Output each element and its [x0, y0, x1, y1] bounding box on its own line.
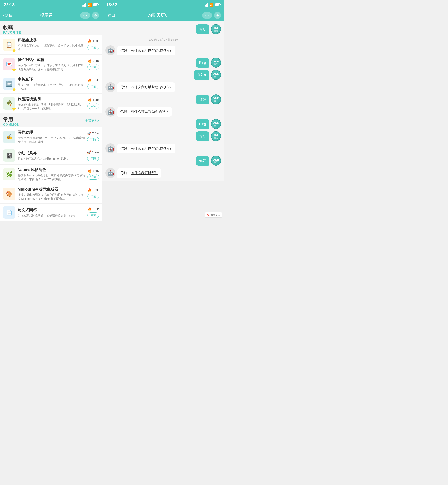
item-title-xhs: 小红书风格 [18, 151, 85, 156]
detail-button-essay[interactable]: 详情 [88, 212, 99, 218]
item-count-essay: 🔥 5.6k [88, 207, 99, 211]
robot-icon: 🤖 [107, 109, 114, 115]
wifi-icon: 📶 [209, 3, 214, 7]
detail-button-hetero[interactable]: 详情 [88, 64, 99, 70]
bot-bubble: 你好，有什么可以帮助您的吗？ [117, 107, 172, 117]
one-sub: 聊天 [214, 161, 218, 164]
message-row: ONE 聊天 你好 [105, 156, 221, 166]
list-item[interactable]: 📄 论文式回答 以论文形式讨论问题，能够获得连贯的、结构 🔥 5.6k 详情 [0, 204, 102, 221]
left-panel: 22:13 📶 ‹ 返回 提示词 ··· ⊙ 收藏 [0, 0, 102, 221]
user-bubble: 你好a [194, 70, 209, 80]
item-desc-midjourney: 通过为提供的图像描述填充详细且有创意的描述，激发 Midjourney 生成独特… [18, 193, 86, 201]
user-avatar: ONE 聊天 [211, 58, 221, 68]
item-right-translate: 🔥 3.5k 详情 [88, 78, 99, 89]
left-back-button[interactable]: ‹ 返回 [3, 13, 13, 18]
item-desc-hetero: 根据自己和对方的一段对话，来继续对话，用于扩展话题避免冷场。提示词需要根据自身… [18, 63, 86, 71]
detail-button-travel[interactable]: 详情 [88, 103, 99, 109]
favorite-title-en: FAVORITE [3, 31, 99, 34]
item-desc-writing: 最常使用的 prompt，用于优化文本的语法、清晰度和简洁度，提高可读性。 [18, 136, 85, 144]
message-row: ONE 聊天 你好a [105, 70, 221, 80]
one-sub: 聊天 [214, 137, 218, 139]
detail-button-midjourney[interactable]: 详情 [88, 194, 99, 199]
right-status-bar: 18:52 📶 [103, 0, 224, 9]
fire-icon: 🔥 [88, 169, 92, 173]
right-camera-button[interactable]: ⊙ [214, 12, 221, 19]
detail-button-nature[interactable]: 详情 [88, 174, 99, 180]
right-more-button[interactable]: ··· [202, 12, 212, 19]
battery-icon [215, 3, 220, 6]
list-item[interactable]: ✍️ 写作助理 最常使用的 prompt，用于优化文本的语法、清晰度和简洁度，提… [0, 127, 102, 147]
list-item[interactable]: 🔤 中英互译 英汉互译 + 可定制风格 + 可学习英语。来自 @txmu 的投稿… [0, 74, 102, 94]
right-back-label: 返回 [108, 13, 115, 18]
one-text: ONE [213, 60, 219, 63]
item-title-essay: 论文式回答 [18, 207, 86, 213]
common-title-zh: 常用 [3, 117, 13, 122]
favorite-section-header: 收藏 FAVORITE [0, 21, 102, 35]
item-content-hetero: 异性对话生成器 根据自己和对方的一段对话，来继续对话，用于扩展话题避免冷场。提示… [18, 57, 86, 71]
chat-area: ONE 聊天 你好 2023年03月27日 14:10 🤖 你好！有什么我可以帮… [103, 21, 224, 181]
message-row: 🤖 你好，有什么可以帮助您的吗？ [105, 107, 221, 117]
item-count-writing: 🚀 2.0w [87, 131, 99, 136]
bot-avatar: 🤖 [105, 144, 115, 154]
one-text: ONE [213, 121, 219, 124]
item-count-midjourney: 🔥 6.3k [88, 188, 99, 193]
detail-button-xhs[interactable]: 详情 [87, 155, 99, 161]
item-content-xhs: 小红书风格 将文本改写成类似小红书的 Emoji 风格。 [18, 151, 85, 161]
item-title-travel: 旅游路线规划 [18, 96, 86, 102]
item-count-translate: 🔥 3.5k [88, 78, 99, 82]
star-badge: ⭐ [12, 48, 16, 52]
one-text: ONE [213, 72, 219, 75]
item-count-xhs: 🚀 1.4w [87, 150, 99, 154]
item-count-travel: 🔥 1.4k [88, 98, 99, 102]
list-item[interactable]: 🎨 Midjourney 提示生成器 通过为提供的图像描述填充详细且有创意的描述… [0, 184, 102, 204]
item-content-essay: 论文式回答 以论文形式讨论问题，能够获得连贯的、结构 [18, 207, 86, 218]
item-desc-travel: 根据旅行目的地、预算、时间和要求，粗略规划规划。来自 @suaifu 的投稿。 [18, 102, 86, 110]
item-desc-essay: 以论文形式讨论问题，能够获得连贯的、结构 [18, 213, 86, 218]
user-bubble: 你好 [196, 95, 209, 104]
item-count-nature: 🔥 6.6k [88, 169, 99, 173]
star-badge: ⭐ [12, 68, 16, 72]
message-row: ONE 聊天 你好 [105, 24, 221, 34]
list-item[interactable]: 🌴 旅游路线规划 根据旅行目的地、预算、时间和要求，粗略规划规划。来自 @sua… [0, 94, 102, 113]
item-icon-midjourney: 🎨 [3, 188, 15, 200]
list-item[interactable]: 🌿 Nature 风格润色 将按照 Nature 风格润色，或者可以提供想要模仿… [0, 165, 102, 184]
item-right-xhs: 🚀 1.4w 详情 [87, 150, 99, 161]
message-row: ONE 聊天 Ping [105, 58, 221, 68]
user-avatar: ONE 聊天 [211, 131, 221, 141]
detail-button-weekly[interactable]: 详情 [88, 45, 99, 50]
common-more-link[interactable]: 查看更多> [85, 119, 99, 123]
timestamp: 2023年03月27日 14:10 [105, 38, 221, 41]
item-content-weekly: 周报生成器 根据日常工作内容，提取要点并适当扩充，以生成周报。 [18, 38, 86, 52]
item-count-weekly: 🔥 1.9k [88, 39, 99, 43]
detail-button-translate[interactable]: 详情 [88, 84, 99, 89]
list-item[interactable]: 📋 周报生成器 根据日常工作内容，提取要点并适当扩充，以生成周报。 🔥 1.9k… [0, 35, 102, 55]
detail-button-writing[interactable]: 详情 [87, 137, 99, 142]
bot-bubble: 你好！有什么我可以帮助你的吗？ [117, 144, 175, 154]
favorite-list: 📋 周报生成器 根据日常工作内容，提取要点并适当扩充，以生成周报。 🔥 1.9k… [0, 35, 102, 113]
left-more-button[interactable]: ··· [80, 12, 90, 19]
bot-avatar: 🤖 [105, 45, 115, 55]
star-badge: ⭐ [12, 87, 16, 92]
user-avatar: ONE 聊天 [211, 94, 221, 104]
list-item[interactable]: 📓 小红书风格 将文本改写成类似小红书的 Emoji 风格。 🚀 1.4w 详情 [0, 147, 102, 165]
item-desc-weekly: 根据日常工作内容，提取要点并适当扩充，以生成周报。 [18, 44, 86, 52]
right-panel: 18:52 📶 ‹ 返回 AI聊天历史 ··· ⊙ [103, 0, 224, 181]
item-right-weekly: 🔥 1.9k 详情 [88, 39, 99, 50]
item-right-essay: 🔥 5.6k 详情 [88, 207, 99, 218]
user-avatar: ONE 聊天 [211, 70, 221, 80]
bot-avatar: 🤖 [105, 82, 115, 92]
left-camera-button[interactable]: ⊙ [92, 12, 99, 19]
item-desc-nature: 将按照 Nature 风格润色，或者可以提供想要模仿的写作风格。来自 @Pfyu… [18, 173, 86, 181]
user-avatar: ONE 聊天 [211, 24, 221, 34]
list-item[interactable]: 💌 异性对话生成器 根据自己和对方的一段对话，来继续对话，用于扩展话题避免冷场。… [0, 55, 102, 74]
robot-icon: 🤖 [107, 170, 114, 176]
right-back-button[interactable]: ‹ 返回 [105, 13, 115, 18]
item-title-nature: Nature 风格润色 [18, 167, 86, 172]
fire-icon: 🔥 [88, 98, 92, 102]
item-title-weekly: 周报生成器 [18, 38, 86, 43]
item-right-hetero: 🔥 5.4k 详情 [88, 59, 99, 70]
right-time: 18:52 [106, 2, 117, 7]
user-avatar: ONE 聊天 [211, 156, 221, 166]
one-text: ONE [213, 158, 219, 161]
fire-icon: 🔥 [88, 188, 92, 193]
